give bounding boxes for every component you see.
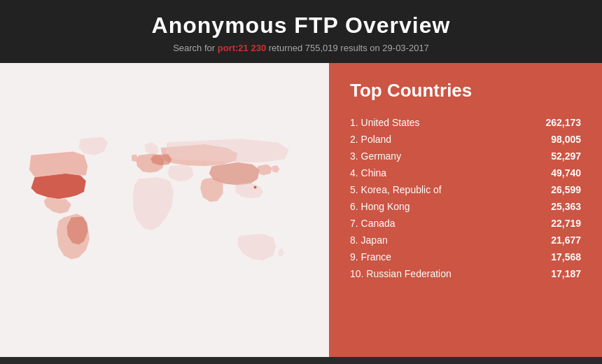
country-name: 8. Japan	[350, 234, 388, 246]
country-row: 1. United States 262,173	[350, 114, 581, 131]
country-row: 9. France 17,568	[350, 248, 581, 265]
country-row: 2. Poland 98,005	[350, 131, 581, 148]
country-row: 3. Germany 52,297	[350, 148, 581, 164]
country-count: 22,719	[551, 218, 581, 229]
country-name: 5. Korea, Republic of	[350, 184, 442, 195]
country-name: 2. Poland	[350, 134, 391, 145]
country-name: 7. Canada	[350, 218, 396, 229]
country-count: 98,005	[551, 134, 581, 145]
country-count: 49,740	[551, 167, 581, 178]
svg-point-1	[253, 186, 256, 189]
page-header: Anonymous FTP Overview Search for port:2…	[0, 0, 602, 63]
panel-title: Top Countries	[350, 80, 581, 102]
map-container	[0, 63, 329, 357]
country-row: 10. Russian Federation 17,187	[350, 265, 581, 282]
top-countries-panel: Top Countries 1. United States 262,173 2…	[329, 63, 602, 357]
country-row: 5. Korea, Republic of 26,599	[350, 181, 581, 198]
world-map	[0, 63, 329, 357]
country-count: 25,363	[551, 201, 581, 212]
country-count: 21,677	[551, 234, 581, 246]
main-content: Top Countries 1. United States 262,173 2…	[0, 63, 602, 357]
country-count: 52,297	[551, 150, 581, 162]
country-row: 6. Hong Kong 25,363	[350, 198, 581, 215]
country-row: 8. Japan 21,677	[350, 232, 581, 248]
page-title: Anonymous FTP Overview	[14, 13, 588, 38]
country-count: 26,599	[551, 184, 581, 195]
page-subtitle: Search for port:21 230 returned 755,019 …	[14, 43, 588, 53]
country-name: 4. China	[350, 167, 386, 178]
country-count: 262,173	[545, 117, 581, 128]
country-row: 7. Canada 22,719	[350, 215, 581, 232]
country-name: 3. Germany	[350, 150, 401, 162]
country-name: 10. Russian Federation	[350, 268, 451, 279]
country-count: 17,568	[551, 251, 581, 262]
country-name: 6. Hong Kong	[350, 201, 410, 212]
country-count: 17,187	[551, 268, 581, 279]
country-row: 4. China 49,740	[350, 164, 581, 181]
country-list: 1. United States 262,173 2. Poland 98,00…	[350, 114, 581, 282]
country-name: 1. United States	[350, 117, 420, 128]
country-name: 9. France	[350, 251, 391, 262]
